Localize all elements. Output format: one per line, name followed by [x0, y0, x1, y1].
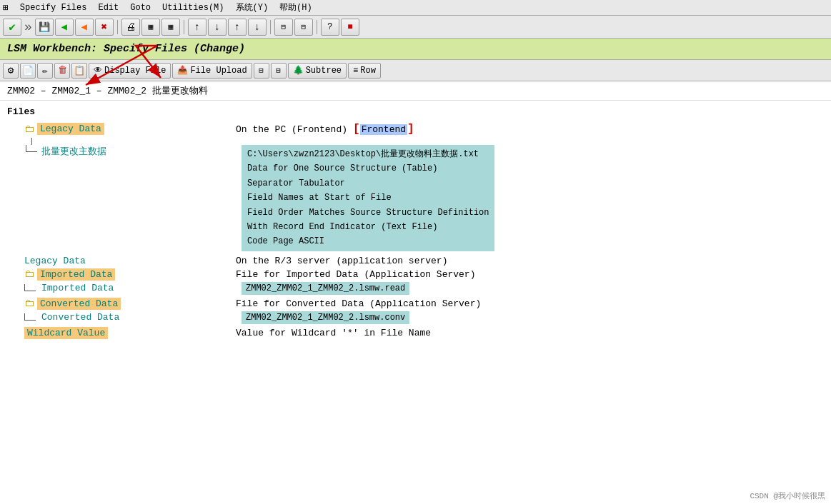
separator-4 — [317, 20, 317, 34]
nav-up-1[interactable]: ↑ — [188, 19, 206, 36]
row-btn[interactable]: ≡ Row — [348, 63, 381, 79]
imported-data-folder-label: Imported Data — [37, 268, 115, 281]
back-orange-button[interactable]: ◀ — [75, 19, 94, 36]
menu-goto[interactable]: Goto — [130, 3, 151, 13]
subtree-label: Subtree — [306, 66, 342, 76]
red-bracket-open: [ — [353, 123, 360, 136]
box-btn-1[interactable]: ⊟ — [274, 19, 293, 36]
menu-help[interactable]: 帮助(H) — [279, 1, 312, 14]
wildcard-row[interactable]: Wildcard Value Value for Wildcard '*' in… — [14, 327, 824, 339]
edit-btn[interactable]: ✏ — [37, 63, 53, 79]
menu-edit[interactable]: Edit — [98, 3, 119, 13]
print-button[interactable]: 🖨 — [121, 19, 140, 36]
wildcard-label: Wildcard Value — [24, 327, 108, 339]
main-content: Files 🗀 Legacy Data On the PC (Frontend)… — [0, 101, 831, 499]
watermark: CSDN @我小时候很黑 — [750, 490, 825, 501]
legacy-data-2-label: Legacy Data — [24, 256, 86, 266]
display-file-icon: 👁 — [94, 65, 102, 76]
folder-icon-converted: 🗀 — [24, 298, 34, 309]
file-detail-4: Field Order Matches Source Structure Def… — [247, 206, 489, 220]
menu-bar: ⊞ Specify Files Edit Goto Utilities(M) 系… — [0, 0, 831, 16]
subtree-icon: 🌲 — [293, 65, 304, 76]
file-tree: 🗀 Legacy Data On the PC (Frontend) [ Fro… — [14, 123, 824, 339]
imported-data-child-label: Imported Data — [39, 283, 114, 293]
menu-specify-files[interactable]: Specify Files — [20, 3, 87, 13]
frontend-highlight: Frontend — [360, 124, 407, 135]
subtree-btn[interactable]: 🌲 Subtree — [288, 63, 347, 79]
nav-down-1[interactable]: ↓ — [208, 19, 227, 36]
tools-btn[interactable]: ⚙ — [3, 63, 19, 79]
converted-data-folder-value: File for Converted Data (Application Ser… — [236, 298, 481, 309]
folder-icon-imported: 🗀 — [24, 268, 34, 280]
files-section-title: Files — [7, 106, 824, 117]
converted-data-child-value: ZMM02_ZMM02_1_ZMM02_2.lsmw.conv — [242, 311, 409, 324]
red-bracket-close: ] — [407, 123, 414, 136]
page-title: LSM Workbench: Specify Files (Change) — [0, 39, 831, 60]
separator-2 — [184, 20, 184, 34]
collapse-btn-1[interactable]: ⊟ — [254, 63, 269, 79]
breadcrumb: ZMM02 – ZMM02_1 – ZMM02_2 批量更改物料 — [0, 81, 831, 101]
stop-button[interactable]: ■ — [341, 19, 359, 36]
converted-data-folder-label: Converted Data — [37, 298, 121, 310]
new-btn[interactable]: 📄 — [20, 63, 36, 79]
file-detail-5: With Record End Indicator (Text File) — [247, 220, 489, 234]
action-toolbar: ⚙ 📄 ✏ 🗑 📋 👁 Display File 📤 File Upload ⊟… — [0, 60, 831, 81]
file-upload-btn[interactable]: 📤 File Upload — [172, 63, 252, 79]
converted-data-folder-row[interactable]: 🗀 Converted Data File for Converted Data… — [14, 298, 824, 310]
separator-1 — [117, 20, 118, 34]
nav-up-2[interactable]: ↑ — [228, 19, 247, 36]
main-toolbar: ✔ » 💾 ◀ ◀ ✖ 🖨 ▦ ▦ ↑ ↓ ↑ ↓ ⊟ ⊟ ? ■ — [0, 16, 831, 39]
app-icon: ⊞ — [3, 2, 9, 14]
delete-btn[interactable]: 🗑 — [54, 63, 70, 79]
legacy-data-pc-label: Legacy Data — [37, 123, 104, 135]
cancel-button[interactable]: ✖ — [95, 19, 114, 36]
legacy-data-server-row[interactable]: Legacy Data On the R/3 server (applicati… — [14, 256, 824, 266]
nav-down-2[interactable]: ↓ — [248, 19, 267, 36]
save-button[interactable]: 💾 — [35, 19, 54, 36]
help-button[interactable]: ? — [321, 19, 339, 36]
legacy-data-2-value: On the R/3 server (application server) — [236, 256, 447, 266]
menu-utilities[interactable]: Utilities(M) — [162, 3, 224, 13]
file-detail-6: Code Page ASCII — [247, 234, 489, 248]
file-detail-2: Separator Tabulator — [247, 176, 489, 191]
upload-icon: 📤 — [177, 65, 188, 76]
converted-data-child-label: Converted Data — [39, 312, 119, 323]
box-btn-2[interactable]: ⊟ — [294, 19, 313, 36]
wildcard-value: Value for Wildcard '*' in File Name — [236, 328, 431, 338]
grid-btn-2[interactable]: ▦ — [161, 19, 180, 36]
row-label: Row — [360, 66, 376, 76]
legacy-data-pc-value: On the PC (Frontend) — [236, 124, 347, 135]
display-file-label: Display File — [104, 66, 166, 76]
menu-system[interactable]: 系统(Y) — [236, 1, 269, 14]
legacy-data-pc-row[interactable]: 🗀 Legacy Data On the PC (Frontend) [ Fro… — [14, 123, 824, 136]
imported-data-folder-value: File for Imported Data (Application Serv… — [236, 269, 475, 280]
file-path: C:\Users\zwzn2123\Desktop\批量更改物料主数据.txt — [247, 147, 489, 161]
display-file-btn[interactable]: 👁 Display File — [89, 63, 171, 79]
check-button[interactable]: ✔ — [3, 19, 21, 36]
grid-btn-1[interactable]: ▦ — [141, 19, 160, 36]
row-icon: ≡ — [353, 66, 358, 76]
copy-btn[interactable]: 📋 — [71, 63, 87, 79]
batch-change-label: 批量更改主数据 — [39, 145, 106, 158]
file-detail-1: Data for One Source Structure (Table) — [247, 161, 489, 176]
imported-data-folder-row[interactable]: 🗀 Imported Data File for Imported Data (… — [14, 268, 824, 281]
toolbar-separator-dots: » — [24, 20, 32, 34]
imported-data-child-value: ZMM02_ZMM02_1_ZMM02_2.lsmw.read — [242, 282, 409, 295]
file-detail-3: Field Names at Start of File — [247, 191, 489, 205]
file-detail-block: C:\Users\zwzn2123\Desktop\批量更改物料主数据.txt … — [242, 145, 494, 251]
collapse-btn-2[interactable]: ⊟ — [271, 63, 287, 79]
separator-3 — [270, 20, 271, 34]
folder-icon-1: 🗀 — [24, 124, 34, 135]
back-green-button[interactable]: ◀ — [55, 19, 74, 36]
upload-label: File Upload — [190, 66, 247, 76]
